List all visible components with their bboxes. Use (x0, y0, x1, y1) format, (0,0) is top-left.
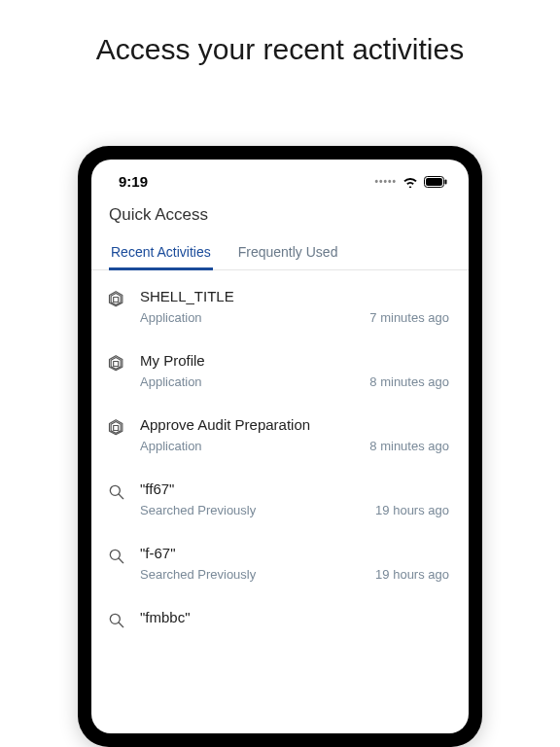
item-time: 19 hours ago (368, 503, 449, 517)
status-time: 9:19 (119, 173, 148, 190)
item-subtitle: Searched Previously (140, 567, 256, 582)
item-time: 8 minutes ago (362, 374, 449, 389)
application-icon (107, 354, 126, 374)
item-time: 8 minutes ago (362, 439, 449, 453)
search-icon (107, 547, 126, 566)
item-title: "fmbbc" (140, 609, 449, 626)
tablet-screen: 9:19 ••••• Quick Access Recent Activitie… (91, 160, 469, 733)
item-time: 7 minutes ago (362, 310, 449, 325)
item-subtitle: Searched Previously (140, 503, 256, 517)
tab-bar: Recent Activities Frequently Used (91, 236, 469, 270)
svg-line-6 (119, 558, 123, 563)
list-item[interactable]: "f-67" Searched Previously 19 hours ago (91, 531, 469, 595)
page-headline: Access your recent activities (0, 0, 560, 66)
item-subtitle: Application (140, 439, 202, 453)
list-item[interactable]: "fmbbc" (91, 595, 469, 630)
search-icon (107, 611, 126, 630)
recent-activities-list: SHELL_TITLE Application 7 minutes ago My… (91, 270, 469, 630)
application-icon (107, 418, 126, 438)
list-item[interactable]: SHELL_TITLE Application 7 minutes ago (91, 274, 469, 338)
item-subtitle: Application (140, 374, 202, 389)
item-title: SHELL_TITLE (140, 288, 449, 305)
item-title: My Profile (140, 352, 449, 370)
tab-frequently-used[interactable]: Frequently Used (236, 236, 340, 269)
search-icon (107, 482, 126, 502)
cellular-dots-icon: ••••• (374, 176, 397, 187)
list-item[interactable]: Approve Audit Preparation Application 8 … (91, 403, 469, 467)
item-title: Approve Audit Preparation (140, 416, 449, 434)
list-item[interactable]: My Profile Application 8 minutes ago (91, 338, 469, 403)
status-bar: 9:19 ••••• (91, 160, 469, 196)
battery-icon (424, 176, 447, 188)
page-title: Quick Access (91, 196, 469, 236)
wifi-icon (402, 176, 418, 188)
item-title: "f-67" (140, 545, 449, 562)
svg-line-8 (119, 622, 123, 627)
item-subtitle: Application (140, 310, 202, 325)
application-icon (107, 290, 126, 309)
tablet-frame: 9:19 ••••• Quick Access Recent Activitie… (78, 146, 482, 747)
tab-recent-activities[interactable]: Recent Activities (109, 236, 213, 269)
item-title: "ff67" (140, 480, 449, 498)
svg-rect-2 (445, 179, 447, 184)
list-item[interactable]: "ff67" Searched Previously 19 hours ago (91, 467, 469, 531)
item-time: 19 hours ago (368, 567, 449, 582)
svg-line-4 (119, 494, 123, 499)
svg-rect-1 (426, 178, 442, 186)
